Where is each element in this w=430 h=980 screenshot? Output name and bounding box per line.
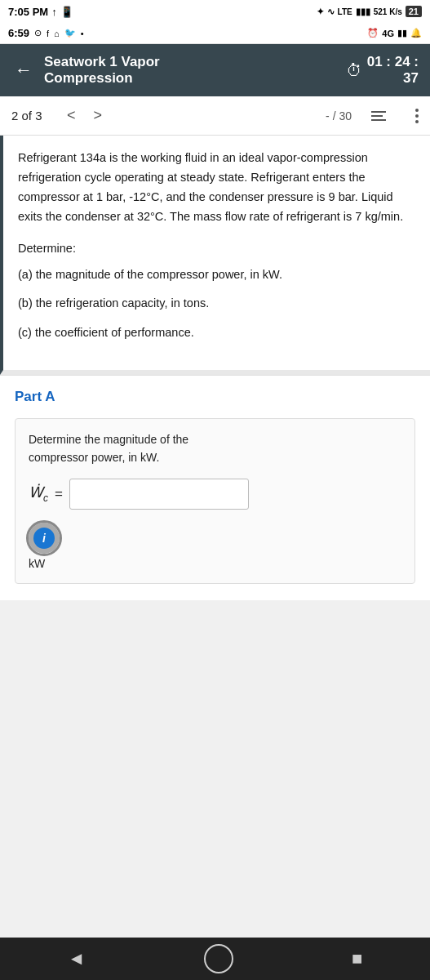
timer-seconds: 37 [403,70,419,87]
progress-label: 2 of 3 [11,109,52,122]
time-display: 7:05 PM [8,6,48,18]
signal-bars-icon: ▮▮▮ [356,7,370,17]
determine-label: Determine: [18,242,415,255]
nav-forward-button[interactable]: ■ [335,942,379,976]
signal-icon: ▮▮ [397,28,407,38]
wc-symbol: Ẇc [29,483,48,504]
twitter-icon: 🐦 [64,28,76,38]
determine-section: Determine: (a) the magnitude of the comp… [18,242,415,342]
lte-label: LTE [338,7,352,16]
fb-icon: f [47,29,49,38]
part-a-title: Part A [15,389,415,405]
battery-indicator: 21 [406,6,422,17]
notif-right-area: ⏰ 4G ▮▮ 🔔 [367,28,422,38]
unit-label: kW [29,557,401,570]
list-view-icon[interactable] [371,111,386,121]
timer-display: 01 : 24 : 37 [367,54,419,87]
question-toolbar: 2 of 3 < > - / 30 [0,96,430,136]
network-label: 4G [382,29,394,38]
bottom-navigation: ◄ ■ [0,938,430,980]
part-c-question: (c) the coefficient of performance. [18,324,415,342]
answer-area: Determine the magnitude of the compresso… [15,418,415,584]
timer-minutes: 01 : 24 : [367,54,419,70]
title-line2: Compression [44,70,346,87]
page-number: - / 30 [326,109,352,122]
part-a-question: (a) the magnitude of the compressor powe… [18,266,415,284]
nav-home-button[interactable] [204,944,233,973]
question-body: Refrigerant 134a is the working fluid in… [18,149,415,227]
title-line1: Seatwork 1 Vapor [44,54,346,70]
hint-inner-circle: i [33,528,55,549]
more-options-icon[interactable] [415,109,419,123]
network-speed: 521 K/s [374,7,402,16]
nav-back-button[interactable]: ◄ [51,942,102,976]
equation-row: Ẇc = [29,479,401,510]
status-time: 7:05 PM ↑ 📱 [8,6,73,18]
part-b-question: (b) the refrigeration capacity, in tons. [18,295,415,313]
part-a-prompt: Determine the magnitude of the compresso… [29,430,401,467]
status-bar: 7:05 PM ↑ 📱 ✦ ∿ LTE ▮▮▮ 521 K/s 21 [0,0,430,23]
prev-button[interactable]: < [62,105,81,126]
hint-outer-circle: i [29,523,60,554]
upload-icon: ↑ [51,6,57,18]
hint-icon: i [42,532,46,545]
home-notif-icon: ⌂ [54,29,60,38]
alarm-icon: ⏰ [367,28,379,38]
notif-left-area: 6:59 ⊙ f ⌂ 🐦 • [8,27,84,39]
bluetooth-icon: ✦ [317,7,324,17]
sound-icon: 🔔 [410,28,422,38]
notif-time: 6:59 [8,27,29,39]
dot-notif-icon: • [81,29,84,38]
main-content: Refrigerant 134a is the working fluid in… [0,136,430,600]
answer-input[interactable] [69,479,249,510]
equals-sign: = [55,486,63,502]
wifi-icon: ∿ [327,7,335,17]
notification-bar: 6:59 ⊙ f ⌂ 🐦 • ⏰ 4G ▮▮ 🔔 [0,23,430,44]
status-right-icons: ✦ ∿ LTE ▮▮▮ 521 K/s 21 [317,6,422,17]
back-button[interactable]: ← [11,58,36,82]
hint-button[interactable]: i [29,523,60,554]
circle-notif-icon: ⊙ [34,28,42,38]
page-header: ← Seatwork 1 Vapor Compression ⏱ 01 : 24… [0,44,430,96]
question-card: Refrigerant 134a is the working fluid in… [0,136,430,375]
phone-icon: 📱 [60,6,73,18]
nav-buttons[interactable]: < > [62,105,107,126]
timer-icon: ⏱ [346,61,362,80]
next-button[interactable]: > [89,105,108,126]
part-a-section: Part A Determine the magnitude of the co… [0,375,430,600]
header-title-block: Seatwork 1 Vapor Compression [44,54,346,87]
